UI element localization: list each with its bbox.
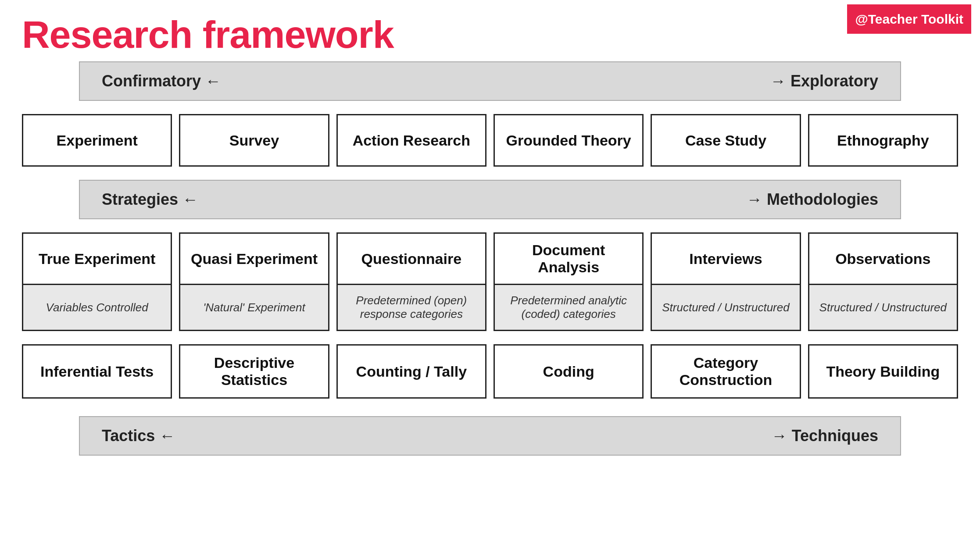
- box-inferential-tests: Inferential Tests: [22, 344, 172, 399]
- sub-questionnaire: Predetermined (open) response categories: [336, 285, 486, 331]
- tactics-banner: Tactics ← → Techniques: [79, 416, 901, 456]
- framework: Confirmatory ← → Exploratory Experiment …: [22, 61, 958, 456]
- box-category-construction: Category Construction: [651, 344, 801, 399]
- tactics-left: Tactics ←: [102, 427, 175, 445]
- box-case-study: Case Study: [651, 114, 801, 167]
- box-ethnography: Ethnography: [808, 114, 958, 167]
- sub-document-analysis: Predetermined analytic (coded) categorie…: [494, 285, 644, 331]
- box-experiment: Experiment: [22, 114, 172, 167]
- confirmatory-right: → Exploratory: [770, 72, 878, 90]
- box-document-analysis: Document Analysis: [494, 232, 644, 285]
- strategies-right: → Methodologies: [747, 190, 878, 209]
- box-counting-tally: Counting / Tally: [336, 344, 486, 399]
- confirmatory-left: Confirmatory ←: [102, 72, 221, 90]
- sub-observations: Structured / Unstructured: [808, 285, 958, 331]
- box-action-research: Action Research: [336, 114, 486, 167]
- box-interviews: Interviews: [651, 232, 801, 285]
- box-coding: Coding: [494, 344, 644, 399]
- research-types-row: Experiment Survey Action Research Ground…: [22, 114, 958, 167]
- box-observations: Observations: [808, 232, 958, 285]
- box-quasi-experiment: Quasi Experiment: [179, 232, 329, 285]
- box-descriptive-statistics: Descriptive Statistics: [179, 344, 329, 399]
- box-true-experiment: True Experiment: [22, 232, 172, 285]
- sub-true-experiment: Variables Controlled: [22, 285, 172, 331]
- brand-badge: @Teacher Toolkit: [847, 4, 971, 34]
- strategies-banner: Strategies ← → Methodologies: [79, 180, 901, 219]
- sub-quasi-experiment: 'Natural' Experiment: [179, 285, 329, 331]
- analysis-row: Inferential Tests Descriptive Statistics…: [22, 344, 958, 399]
- box-survey: Survey: [179, 114, 329, 167]
- page-title: Research framework: [22, 12, 394, 57]
- box-questionnaire: Questionnaire: [336, 232, 486, 285]
- tactics-right: → Techniques: [772, 427, 878, 445]
- box-grounded-theory: Grounded Theory: [494, 114, 644, 167]
- sub-interviews: Structured / Unstructured: [651, 285, 801, 331]
- box-theory-building: Theory Building: [808, 344, 958, 399]
- confirmatory-banner: Confirmatory ← → Exploratory: [79, 61, 901, 101]
- methods-row: True Experiment Variables Controlled Qua…: [22, 232, 958, 331]
- strategies-left: Strategies ←: [102, 190, 198, 209]
